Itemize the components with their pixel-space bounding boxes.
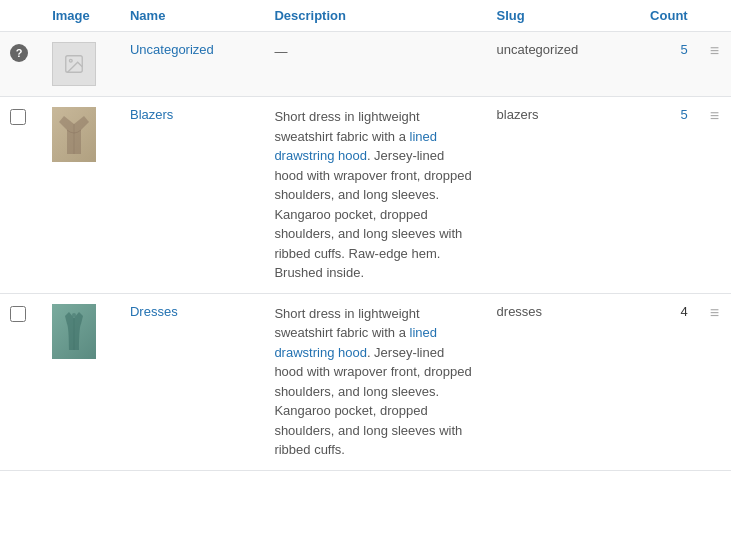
row-actions-cell: ≡: [698, 97, 731, 294]
row-help-icon-cell: ?: [0, 32, 42, 97]
table-row: Blazers Short dress in lightweight sweat…: [0, 97, 731, 294]
row-description-cell: Short dress in lightweight sweatshirt fa…: [264, 97, 486, 294]
row-image-cell: [42, 97, 120, 294]
slug-value: uncategorized: [497, 42, 579, 57]
slug-value: dresses: [497, 304, 543, 319]
col-header-slug: Slug: [487, 0, 631, 32]
row-slug-cell: dresses: [487, 293, 631, 470]
row-name-cell: Uncategorized: [120, 32, 264, 97]
category-image: [52, 107, 96, 162]
row-menu-icon[interactable]: ≡: [710, 42, 719, 59]
table-row: Dresses Short dress in lightweight sweat…: [0, 293, 731, 470]
row-checkbox-cell: [0, 97, 42, 294]
description-prefix: Short dress in lightweight sweatshirt fa…: [274, 306, 419, 341]
category-name-link[interactable]: Blazers: [130, 107, 173, 122]
row-image-cell: [42, 293, 120, 470]
row-actions-cell: ≡: [698, 293, 731, 470]
row-count-cell: 5: [631, 97, 698, 294]
description-middle: . Jersey-lined hood with wrapover front,…: [274, 345, 471, 458]
col-header-description: Description: [264, 0, 486, 32]
row-name-cell: Dresses: [120, 293, 264, 470]
row-checkbox[interactable]: [10, 109, 26, 125]
row-image-cell: [42, 32, 120, 97]
row-menu-icon[interactable]: ≡: [710, 107, 719, 124]
category-image: [52, 304, 96, 359]
image-placeholder: [52, 42, 96, 86]
row-actions-cell: ≡: [698, 32, 731, 97]
description-prefix: Short dress in lightweight sweatshirt fa…: [274, 109, 419, 144]
description-middle: . Jersey-lined hood with wrapover front,…: [274, 148, 471, 280]
count-link[interactable]: 5: [680, 42, 687, 57]
count-value: 4: [680, 304, 687, 319]
col-header-checkbox: [0, 0, 42, 32]
category-name-link[interactable]: Dresses: [130, 304, 178, 319]
row-name-cell: Blazers: [120, 97, 264, 294]
col-header-actions: [698, 0, 731, 32]
category-name-link[interactable]: Uncategorized: [130, 42, 214, 57]
row-checkbox-cell: [0, 293, 42, 470]
row-menu-icon[interactable]: ≡: [710, 304, 719, 321]
slug-value: blazers: [497, 107, 539, 122]
col-header-name: Name: [120, 0, 264, 32]
row-description-cell: Short dress in lightweight sweatshirt fa…: [264, 293, 486, 470]
col-header-count: Count: [631, 0, 698, 32]
description-text: —: [274, 44, 287, 59]
row-description-cell: —: [264, 32, 486, 97]
row-slug-cell: blazers: [487, 97, 631, 294]
svg-point-2: [72, 313, 76, 317]
count-link[interactable]: 5: [680, 107, 687, 122]
categories-table: Image Name Description Slug Count ?: [0, 0, 731, 471]
col-header-image: Image: [42, 0, 120, 32]
row-count-cell: 4: [631, 293, 698, 470]
table-row: ? Uncategorized —: [0, 32, 731, 97]
help-icon[interactable]: ?: [10, 44, 28, 62]
svg-point-1: [70, 59, 73, 62]
row-slug-cell: uncategorized: [487, 32, 631, 97]
row-count-cell: 5: [631, 32, 698, 97]
row-checkbox[interactable]: [10, 306, 26, 322]
